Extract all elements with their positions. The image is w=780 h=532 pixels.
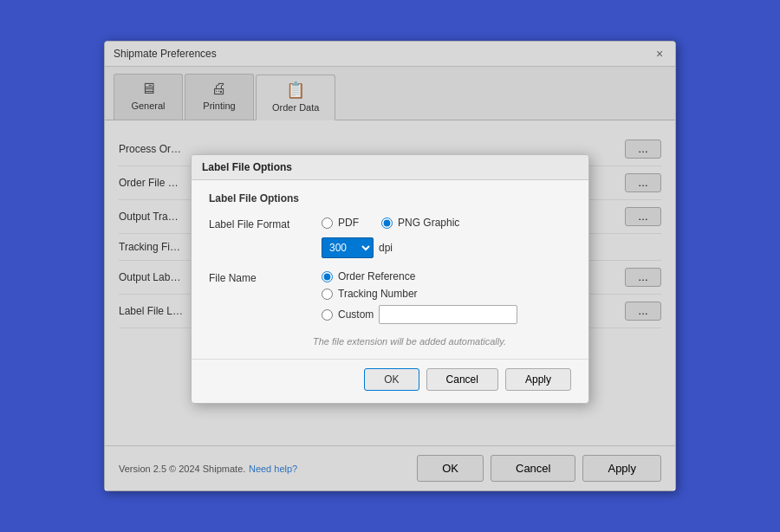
main-window: Shipmate Preferences × 🖥 General 🖨 Print… xyxy=(104,41,676,491)
radio-pdf-label: PDF xyxy=(338,217,359,229)
radio-custom[interactable] xyxy=(322,309,333,321)
radio-tracking-label: Tracking Number xyxy=(338,288,418,300)
radio-png-label: PNG Graphic xyxy=(398,217,459,229)
radio-order-ref-label: Order Reference xyxy=(338,270,415,282)
dialog-buttons: OK Cancel Apply xyxy=(192,359,588,403)
dialog-row-filename: File Name Order Reference Tracking Numbe… xyxy=(209,270,571,324)
dpi-select[interactable]: 300 72 96 150 200 600 xyxy=(322,237,374,258)
label-file-options-dialog: Label File Options Label File Options La… xyxy=(191,154,589,404)
dialog-ok-button[interactable]: OK xyxy=(364,368,419,391)
format-options: PDF PNG Graphic 300 72 96 150 200 600 xyxy=(322,217,571,258)
custom-filename-input[interactable] xyxy=(379,305,517,324)
dialog-apply-button[interactable]: Apply xyxy=(505,368,571,391)
radio-pdf[interactable] xyxy=(322,217,333,229)
radio-row-pdf: PDF PNG Graphic xyxy=(322,217,571,229)
hint-text: The file extension will be added automat… xyxy=(313,336,571,347)
dialog-cancel-button[interactable]: Cancel xyxy=(426,368,498,391)
filename-options: Order Reference Tracking Number Custom xyxy=(322,270,571,324)
radio-row-custom: Custom xyxy=(322,305,571,324)
dialog-section-title: Label File Options xyxy=(209,192,571,204)
format-label: Label File Format xyxy=(209,217,313,230)
radio-row-tracking: Tracking Number xyxy=(322,288,571,300)
radio-custom-label: Custom xyxy=(338,308,374,321)
dpi-unit-label: dpi xyxy=(379,242,393,254)
radio-row-order-ref: Order Reference xyxy=(322,270,571,282)
dpi-row: 300 72 96 150 200 600 dpi xyxy=(322,237,571,258)
filename-label: File Name xyxy=(209,270,313,284)
radio-tracking[interactable] xyxy=(322,289,333,300)
radio-order-ref[interactable] xyxy=(322,271,333,282)
dialog-row-format: Label File Format PDF PNG Graphic 300 72… xyxy=(209,217,571,258)
radio-png[interactable] xyxy=(381,217,393,229)
dialog-content: Label File Options Label File Format PDF… xyxy=(192,180,588,359)
dialog-title-bar: Label File Options xyxy=(192,155,588,180)
